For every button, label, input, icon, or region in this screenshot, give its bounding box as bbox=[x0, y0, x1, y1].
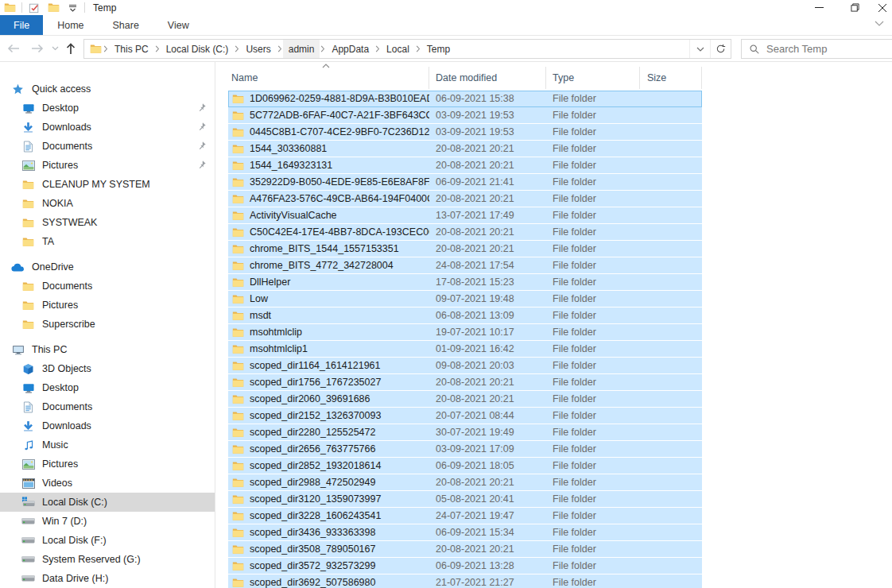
breadcrumb-item-local-disk-c[interactable]: Local Disk (C:) bbox=[161, 40, 235, 58]
back-icon[interactable] bbox=[5, 41, 22, 56]
sidebar-item-documents[interactable]: Documents bbox=[0, 397, 215, 416]
sidebar-item-local-disk-f[interactable]: Local Disk (F:) bbox=[0, 531, 215, 550]
file-row[interactable]: scoped_dir3692_50758698021-07-2021 21:27… bbox=[228, 574, 702, 588]
downloads-icon bbox=[21, 122, 35, 133]
sidebar-item-systweak[interactable]: SYSTWEAK bbox=[0, 213, 215, 232]
folder-icon bbox=[232, 344, 244, 354]
file-row[interactable]: 352922D9-B050-4EDE-9E85-E6E8AF8FAC9606-0… bbox=[228, 174, 702, 191]
sidebar-item-documents[interactable]: Documents bbox=[0, 277, 215, 296]
file-row[interactable]: scoped_dir3228_160624354124-07-2021 19:4… bbox=[228, 508, 702, 524]
sidebar-item-documents[interactable]: Documents bbox=[0, 137, 215, 156]
tab-view[interactable]: View bbox=[153, 15, 204, 35]
file-row[interactable]: DllHelper17-08-2021 15:23File folder bbox=[228, 274, 702, 291]
restore-icon[interactable] bbox=[837, 0, 873, 15]
file-row[interactable]: scoped_dir1164_161412196109-08-2021 20:0… bbox=[228, 358, 702, 374]
sidebar-section-this-pc[interactable]: This PC bbox=[0, 340, 215, 359]
address-dropdown-chevron-icon[interactable] bbox=[689, 40, 710, 58]
sidebar-item-downloads[interactable]: Downloads bbox=[0, 118, 215, 137]
folder-icon bbox=[232, 461, 244, 471]
tab-home[interactable]: Home bbox=[43, 15, 98, 35]
folder-icon bbox=[21, 237, 35, 247]
column-header-name[interactable]: Name bbox=[228, 67, 429, 89]
file-row[interactable]: scoped_dir2852_193201861406-09-2021 18:0… bbox=[228, 458, 702, 474]
file-row[interactable]: 5C772ADB-6FAF-40C7-A21F-3BF643CCB...03-0… bbox=[228, 107, 702, 124]
sidebar-item-pictures[interactable]: Pictures bbox=[0, 296, 215, 315]
breadcrumb-item-this-pc[interactable]: This PC bbox=[109, 40, 154, 58]
file-row[interactable]: msohtmlclip101-09-2021 16:42File folder bbox=[228, 341, 702, 358]
up-icon[interactable] bbox=[62, 41, 80, 56]
ribbon-collapse-icon[interactable] bbox=[875, 21, 884, 26]
qat-dropdown-icon[interactable] bbox=[65, 2, 80, 14]
close-icon[interactable] bbox=[873, 0, 892, 15]
file-row[interactable]: 0445C8B1-C707-4CE2-9BF0-7C236D126B9803-0… bbox=[228, 124, 702, 141]
breadcrumb-item-users[interactable]: Users bbox=[240, 40, 276, 58]
file-row[interactable]: 1544_30336088120-08-2021 20:21File folde… bbox=[228, 141, 702, 157]
tab-file[interactable]: File bbox=[0, 15, 43, 35]
file-row[interactable]: msdt06-08-2021 13:09File folder bbox=[228, 308, 702, 324]
sidebar-item-desktop[interactable]: Desktop bbox=[0, 378, 215, 397]
sidebar-item-cleanup-my-system[interactable]: CLEANUP MY SYSTEM bbox=[0, 175, 215, 194]
file-row[interactable]: C50C42E4-17E4-4BB7-8DCA-193CEC0CA...20-0… bbox=[228, 224, 702, 241]
file-row[interactable]: Low09-07-2021 19:48File folder bbox=[228, 291, 702, 308]
file-date-modified: 20-08-2021 20:21 bbox=[429, 544, 546, 555]
file-row[interactable]: scoped_dir2152_132637009320-07-2021 08:4… bbox=[228, 408, 702, 424]
refresh-icon[interactable] bbox=[710, 40, 731, 58]
minimize-icon[interactable] bbox=[801, 0, 837, 15]
sidebar-item-win-7-d[interactable]: Win 7 (D:) bbox=[0, 512, 215, 531]
file-row[interactable]: scoped_dir3436_93336339806-09-2021 15:34… bbox=[228, 524, 702, 541]
file-row[interactable]: scoped_dir2988_47250294920-08-2021 20:21… bbox=[228, 474, 702, 491]
file-row[interactable]: 1D069962-0259-4881-8D9A-B3B010EADC...06-… bbox=[228, 91, 702, 107]
breadcrumb-item-temp[interactable]: Temp bbox=[421, 40, 456, 58]
search-box[interactable] bbox=[741, 39, 892, 59]
file-date-modified: 09-07-2021 19:48 bbox=[429, 293, 546, 304]
sidebar-section-onedrive[interactable]: OneDrive bbox=[0, 257, 215, 277]
recent-locations-chevron-icon[interactable] bbox=[46, 41, 64, 56]
sidebar-item-downloads[interactable]: Downloads bbox=[0, 416, 215, 435]
file-row[interactable]: scoped_dir1756_176723502720-08-2021 20:2… bbox=[228, 374, 702, 391]
folder-icon bbox=[232, 494, 244, 505]
sidebar-item-system-reserved-g[interactable]: System Reserved (G:) bbox=[0, 550, 215, 569]
folder-icon bbox=[232, 544, 244, 555]
column-header-type[interactable]: Type bbox=[546, 67, 640, 89]
file-row[interactable]: 1544_164932313120-08-2021 20:21File fold… bbox=[228, 157, 702, 174]
file-row[interactable]: scoped_dir2280_12552547230-07-2021 19:49… bbox=[228, 424, 702, 441]
sidebar-item-data-drive-h[interactable]: Data Drive (H:) bbox=[0, 569, 215, 588]
sidebar-item-desktop[interactable]: Desktop bbox=[0, 99, 215, 118]
search-input[interactable] bbox=[766, 43, 870, 55]
forward-icon[interactable] bbox=[29, 41, 46, 56]
file-row[interactable]: chrome_BITS_1544_155715335120-08-2021 20… bbox=[228, 241, 702, 257]
properties-icon[interactable] bbox=[27, 2, 41, 14]
address-box[interactable]: This PCLocal Disk (C:)UsersadminAppDataL… bbox=[83, 39, 731, 59]
sidebar-item-ta[interactable]: TA bbox=[0, 232, 215, 251]
file-date-modified: 03-09-2021 17:09 bbox=[429, 443, 546, 455]
sidebar-item-videos[interactable]: Videos bbox=[0, 474, 215, 493]
sidebar-item-music[interactable]: Music bbox=[0, 435, 215, 455]
file-type: File folder bbox=[546, 577, 640, 588]
sidebar-item-local-disk-c[interactable]: Local Disk (C:) bbox=[0, 493, 215, 512]
file-row[interactable]: scoped_dir2656_76377576603-09-2021 17:09… bbox=[228, 441, 702, 458]
file-row[interactable]: scoped_dir3572_93257329906-09-2021 13:28… bbox=[228, 558, 702, 574]
file-row[interactable]: scoped_dir3120_135907399705-08-2021 20:4… bbox=[228, 491, 702, 508]
sidebar-item-3d-objects[interactable]: 3D Objects bbox=[0, 359, 215, 378]
sidebar-item-nokia[interactable]: NOKIA bbox=[0, 194, 215, 213]
file-row[interactable]: ActivityVisualCache13-07-2021 17:49File … bbox=[228, 207, 702, 224]
sidebar-item-superscribe[interactable]: Superscribe bbox=[0, 315, 215, 334]
file-type: File folder bbox=[546, 527, 640, 538]
column-header-date-modified[interactable]: Date modified bbox=[429, 67, 546, 89]
file-row[interactable]: A476FA23-576C-49CB-AB64-194F0400C49720-0… bbox=[228, 191, 702, 207]
file-row[interactable]: msohtmlclip19-07-2021 10:17File folder bbox=[228, 324, 702, 341]
breadcrumb-item-local[interactable]: Local bbox=[381, 40, 415, 58]
sidebar-section-quick-access[interactable]: Quick access bbox=[0, 79, 215, 99]
new-folder-icon[interactable] bbox=[46, 2, 60, 14]
tab-share[interactable]: Share bbox=[99, 15, 153, 35]
breadcrumb-item-appdata[interactable]: AppData bbox=[326, 40, 374, 58]
cloud-icon bbox=[11, 263, 25, 272]
sidebar-item-pictures[interactable]: Pictures bbox=[0, 156, 215, 175]
breadcrumb-item-admin[interactable]: admin bbox=[283, 40, 320, 58]
drive-icon bbox=[21, 517, 35, 525]
file-row[interactable]: scoped_dir3508_78905016720-08-2021 20:21… bbox=[228, 541, 702, 558]
column-header-size[interactable]: Size bbox=[640, 67, 702, 89]
file-row[interactable]: chrome_BITS_4772_34272800424-08-2021 17:… bbox=[228, 257, 702, 274]
file-row[interactable]: scoped_dir2060_3969168620-08-2021 20:21F… bbox=[228, 391, 702, 408]
sidebar-item-pictures[interactable]: Pictures bbox=[0, 455, 215, 474]
